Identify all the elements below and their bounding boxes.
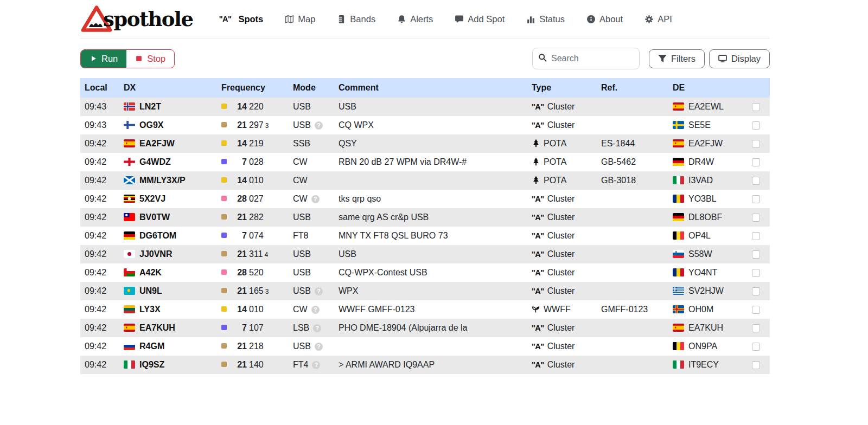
spot-select-checkbox[interactable]	[752, 250, 760, 259]
cell-type: "A"Cluster	[527, 190, 597, 208]
cell-select	[748, 116, 770, 134]
freq-mhz: 21	[233, 120, 247, 130]
cell-select	[748, 356, 770, 374]
controls-row: Run Stop Filters Display	[80, 48, 770, 69]
cell-ref	[597, 319, 668, 337]
spot-select-checkbox[interactable]	[752, 121, 760, 130]
cell-de-callsign: DR4W	[668, 153, 748, 171]
cell-dx-callsign: BV0TW	[119, 208, 217, 227]
freq-mhz: 21	[233, 249, 247, 259]
cell-mode: CW?	[289, 300, 334, 319]
nav-item-add-spot[interactable]: Add Spot	[455, 14, 505, 24]
cell-de-callsign: SV2HJW	[668, 282, 748, 300]
stop-button[interactable]: Stop	[126, 50, 174, 68]
cell-de-callsign: EA7KUH	[668, 319, 748, 337]
freq-mhz: 21	[233, 342, 247, 351]
cell-select	[748, 190, 770, 208]
mode-question-badge: ?	[315, 121, 323, 130]
cell-frequency: 28520	[217, 263, 289, 282]
cell-select	[748, 319, 770, 337]
cell-ref: GB-5462	[597, 153, 668, 171]
nav-item-about[interactable]: About	[586, 14, 623, 24]
mode-label: CW	[293, 305, 308, 314]
logo[interactable]: spothole	[80, 4, 193, 34]
cell-comment: MNY TX FT8 QSL BURO 73	[334, 227, 527, 245]
mode-label: FT4	[293, 360, 308, 369]
type-label: Cluster	[547, 323, 575, 332]
flag-slovenia	[673, 250, 684, 258]
nav-item-api[interactable]: API	[644, 14, 672, 24]
flag-romania	[673, 195, 684, 203]
run-stop-group: Run Stop	[80, 49, 175, 68]
flag-scotland	[124, 176, 135, 184]
col-header-de: DE	[668, 78, 748, 98]
de-callsign: I3VAD	[688, 176, 713, 185]
type-label: POTA	[544, 157, 566, 166]
cell-select	[748, 227, 770, 245]
nav-item-label: Bands	[350, 14, 375, 24]
dx-callsign: G4WDZ	[139, 157, 171, 166]
dx-callsign: EA7KUH	[139, 323, 175, 332]
cell-comment	[334, 337, 527, 356]
freq-khz: 074	[249, 231, 264, 240]
freq-mhz: 28	[233, 194, 247, 204]
spot-select-checkbox[interactable]	[752, 343, 760, 351]
flag-belgium	[673, 231, 684, 240]
filters-button[interactable]: Filters	[649, 49, 705, 68]
signal-icon: "A"	[532, 360, 544, 369]
freq-mhz: 28	[233, 268, 247, 278]
dx-callsign: JJ0VNR	[139, 249, 172, 259]
cell-comment: PHO DME-18904 (Alpujarra de la	[334, 319, 527, 337]
nav-item-status[interactable]: Status	[526, 14, 565, 24]
mode-label: USB	[293, 212, 311, 222]
display-button[interactable]: Display	[709, 49, 770, 68]
cell-mode: USB?	[289, 116, 334, 134]
cell-frequency: 14010	[217, 300, 289, 319]
cell-type: "A"Cluster	[527, 227, 597, 245]
cell-mode: USB	[289, 98, 334, 116]
spot-select-checkbox[interactable]	[752, 195, 760, 203]
spot-select-checkbox[interactable]	[752, 214, 760, 222]
cell-comment: CQ WPX	[334, 116, 527, 134]
spot-select-checkbox[interactable]	[752, 287, 760, 295]
cell-frequency: 7028	[217, 153, 289, 171]
cell-comment	[334, 171, 527, 190]
run-button[interactable]: Run	[81, 50, 126, 68]
spot-select-checkbox[interactable]	[752, 177, 760, 185]
cell-ref	[597, 356, 668, 374]
freq-khz: 218	[249, 342, 264, 351]
mode-question-badge: ?	[311, 195, 320, 203]
seedling-icon	[532, 305, 540, 313]
filters-button-label: Filters	[671, 54, 695, 64]
spot-select-checkbox[interactable]	[752, 361, 760, 369]
spot-select-checkbox[interactable]	[752, 269, 760, 277]
spot-select-checkbox[interactable]	[752, 232, 760, 240]
spot-select-checkbox[interactable]	[752, 306, 760, 314]
cell-local-time: 09:43	[80, 116, 119, 134]
signal-icon: "A"	[532, 287, 544, 295]
band-color-square	[221, 288, 227, 293]
nav-item-spots[interactable]: "A"Spots	[219, 14, 264, 24]
spot-row: 09:43OG9X212973USB?CQ WPX"A"ClusterSE5E	[80, 116, 770, 134]
freq-mhz: 7	[233, 323, 247, 333]
cell-mode: USB?	[289, 337, 334, 356]
nav-item-bands[interactable]: Bands	[337, 14, 375, 24]
search-input[interactable]	[532, 48, 640, 69]
signal-icon: "A"	[532, 268, 544, 277]
spot-select-checkbox[interactable]	[752, 324, 760, 332]
flag-spain	[673, 324, 684, 332]
signal-icon: "A"	[532, 231, 544, 240]
nav-item-alerts[interactable]: Alerts	[397, 14, 433, 24]
cell-comment: RBN 20 dB 27 WPM via DR4W-#	[334, 153, 527, 171]
de-callsign: DL8OBF	[688, 212, 722, 222]
cell-select	[748, 300, 770, 319]
spot-select-checkbox[interactable]	[752, 103, 760, 111]
spot-select-checkbox[interactable]	[752, 158, 760, 166]
nav-item-map[interactable]: Map	[285, 14, 315, 24]
spot-select-checkbox[interactable]	[752, 140, 760, 148]
dx-callsign: BV0TW	[139, 212, 170, 222]
mode-question-badge: ?	[313, 324, 321, 332]
type-label: Cluster	[547, 231, 575, 240]
cell-mode: LSB?	[289, 319, 334, 337]
freq-khz: 010	[249, 305, 264, 314]
